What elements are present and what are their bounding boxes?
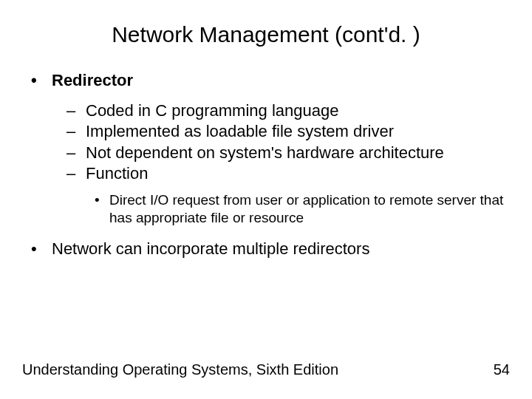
slide-title: Network Management (cont'd. ) <box>22 22 510 47</box>
bullet-text: Function <box>86 163 148 184</box>
bullet-text: Network can incorporate multiple redirec… <box>52 238 369 260</box>
footer-page-number: 54 <box>494 361 510 378</box>
sub-list: – Coded in C programming language – Impl… <box>31 100 510 184</box>
bullet-text: Not dependent on system's hardware archi… <box>86 143 444 163</box>
bullet-text: Implemented as loadable file system driv… <box>86 121 394 142</box>
bullet-marker-l2: – <box>66 100 86 121</box>
bullet-network-multiple: • Network can incorporate multiple redir… <box>31 238 510 260</box>
sub-sub-list: • Direct I/O request from user or applic… <box>31 191 510 228</box>
bullet-coded-in-c: – Coded in C programming language <box>66 100 510 121</box>
bullet-text: Redirector <box>52 69 133 92</box>
bullet-text: Coded in C programming language <box>86 100 338 121</box>
bullet-marker-l2: – <box>66 163 86 184</box>
bullet-marker-l2: – <box>66 121 86 142</box>
bullet-function: – Function <box>66 163 510 184</box>
bullet-direct-io: • Direct I/O request from user or applic… <box>95 191 510 228</box>
bullet-redirector: • Redirector <box>31 69 510 92</box>
bullet-marker-l1: • <box>31 69 52 92</box>
bullet-marker-l3: • <box>95 191 109 210</box>
bullet-marker-l2: – <box>66 143 86 163</box>
slide-footer: Understanding Operating Systems, Sixth E… <box>22 361 510 378</box>
bullet-marker-l1: • <box>31 238 52 260</box>
bullet-loadable-driver: – Implemented as loadable file system dr… <box>66 121 510 142</box>
slide-content: • Redirector – Coded in C programming la… <box>22 69 510 260</box>
footer-source: Understanding Operating Systems, Sixth E… <box>22 361 338 378</box>
slide: Network Management (cont'd. ) • Redirect… <box>0 0 532 399</box>
bullet-text: Direct I/O request from user or applicat… <box>109 191 510 228</box>
bullet-not-dependent: – Not dependent on system's hardware arc… <box>66 143 510 163</box>
